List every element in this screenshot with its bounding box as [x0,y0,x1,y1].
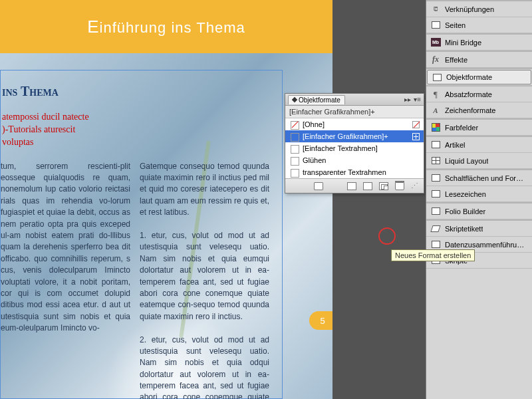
applied-style-readout: [Einfacher Grafikrahmen]+ [285,106,424,118]
tooltip: Neues Format erstellen [391,249,475,261]
panel-collapse-icon[interactable]: ▸▸ [404,96,411,103]
dock-group: ArtikelLiquid Layout [426,136,532,169]
dock-item-liquid-layout[interactable]: Liquid Layout [426,153,532,169]
dock-item-label: Artikel [445,141,466,149]
dock-item-absatzformate[interactable]: ¶Absatzformate [426,86,532,102]
dock-item-objektformate[interactable]: Objektformate [427,70,531,84]
dock-group: Farbfelder [426,118,532,136]
object-style-label: transparenter Textrahmen [303,168,386,176]
article-icon [430,140,441,150]
dock-item-label: Seiten [445,21,466,29]
page-number-badge: 5 [309,311,336,330]
object-style-label: Glühen [303,156,326,164]
object-styles-panel[interactable]: Objektformate ▸▸ ▾≡ [Einfacher Grafikrah… [285,93,424,194]
panel-footer: ⋰ [285,178,424,193]
clear-override-button[interactable] [347,182,356,190]
dock-item-seiten[interactable]: Seiten [426,17,532,33]
annotation-circle [378,227,396,245]
dock-item-label: Skriptetikett [445,225,483,233]
panel-tab-objektformate[interactable]: Objektformate [288,95,345,104]
clear-attributes-button[interactable] [363,182,372,190]
dock-item-lesezeichen[interactable]: Lesezeichen [426,186,532,202]
object-style-label: [Einfacher Grafikrahmen]+ [303,132,388,140]
chain-icon: ⧉ [430,5,441,14]
dock-item-label: Absatzformate [445,90,492,98]
dock-item-farbfelder[interactable]: Farbfelder [426,120,532,136]
button-icon [430,174,441,183]
pilcrow-icon: ¶ [430,90,441,99]
delete-style-button[interactable] [395,182,404,190]
page-header: Einführung ins Thema [0,0,332,53]
dock-item-artikel[interactable]: Artikel [426,137,532,153]
panel-dock[interactable]: ⧉VerknüpfungenSeitenMbMini BridgefxEffek… [426,0,532,399]
pages-icon [430,21,441,30]
selected-text-frame[interactable]: ins Thema atempossi ducil natecte )-Tuto… [0,70,283,399]
dock-group: Schaltflächen und For…Lesezeichen [426,169,532,202]
folio-icon [430,207,441,216]
new-style-button[interactable] [379,182,388,190]
diamond-icon [292,97,297,102]
col2-list-item-1: 1. etur, cus, volut od mod ut ad utestis… [140,230,269,323]
dock-item-label: Zeichenformate [445,106,495,114]
frame-heading: ins Thema [2,84,282,99]
panel-tabbar[interactable]: Objektformate ▸▸ ▾≡ [285,94,424,106]
object-style-label: [Einfacher Textrahmen] [303,144,378,152]
object-style-item[interactable]: transparenter Textrahmen [285,166,424,178]
dock-item-label: Mini Bridge [445,39,481,47]
dock-group: ⧉VerknüpfungenSeiten [426,0,532,33]
dock-item-effekte[interactable]: fxEffekte [426,52,532,68]
pasteboard-gap [332,0,426,399]
document-canvas: Einführung ins Thema ins Thema atempossi… [0,0,346,399]
dock-group: ¶AbsatzformateAZeichenformate [426,85,532,118]
dock-group: fxEffekte [426,51,532,68]
page-header-title: Einführung ins Thema [87,17,245,37]
frame-subheading: atempossi ducil natecte )-Tutorials atur… [2,111,282,149]
obj-icon [432,72,442,82]
panel-tab-label: Objektformate [299,96,340,104]
dock-item-label: Folio Builder [445,207,485,215]
object-style-item[interactable]: Glühen [285,154,424,166]
panel-resize-grip[interactable]: ⋰ [411,182,418,190]
dock-item-verkn-pfungen[interactable]: ⧉Verknüpfungen [426,1,532,17]
object-style-label: [Ohne] [303,120,325,128]
body-columns: tum, serrorem rescienti-plit eosseque qu… [1,161,282,399]
object-style-item[interactable]: [Einfacher Grafikrahmen]+ [285,130,424,142]
mb-icon: Mb [430,38,441,47]
none-style-icon [412,121,420,128]
dock-group: MbMini Bridge [426,33,532,51]
dock-item-label: Farbfelder [445,124,478,132]
fx-icon: fx [430,55,441,65]
A-icon: A [430,106,441,115]
col2-intro: Gatemque consequo temod quunda quiate ma… [140,161,269,219]
panel-menu-icon[interactable]: ▾≡ [414,96,421,103]
dock-item-schaltfl-chen-und-for[interactable]: Schaltflächen und For… [426,170,532,186]
body-column-1: tum, serrorem rescienti-plit eosseque qu… [1,161,130,399]
dock-item-label: Schaltflächen und For… [445,174,523,182]
default-style-icon [412,133,420,140]
col2-list-item-2: 2. etur, cus, volut od mod ut ad utestis… [140,334,269,399]
dock-item-folio-builder[interactable]: Folio Builder [426,203,532,219]
dock-group: Objektformate [426,68,532,84]
merge-icon [430,240,441,249]
dock-item-label: Datenzusammenführu… [445,241,524,249]
styles-folder-button[interactable] [314,182,323,190]
dock-item-label: Verknüpfungen [445,5,494,13]
object-styles-list[interactable]: [Ohne][Einfacher Grafikrahmen]+[Einfache… [285,118,424,178]
tag-icon [430,224,441,233]
dock-group: Folio Builder [426,202,532,219]
swatch-icon [430,123,441,132]
dock-item-label: Liquid Layout [445,157,488,165]
dock-item-label: Lesezeichen [445,190,486,198]
dock-item-label: Objektformate [446,73,492,81]
object-style-item[interactable]: [Ohne] [285,118,424,130]
dock-item-skriptetikett[interactable]: Skriptetikett [426,221,532,237]
body-column-2: Gatemque consequo temod quunda quiate ma… [140,161,269,399]
bookmark-icon [430,190,441,199]
dock-item-zeichenformate[interactable]: AZeichenformate [426,102,532,118]
liquid-icon [430,156,441,166]
dock-item-mini-bridge[interactable]: MbMini Bridge [426,35,532,51]
dock-item-label: Effekte [445,56,467,64]
object-style-item[interactable]: [Einfacher Textrahmen] [285,142,424,154]
